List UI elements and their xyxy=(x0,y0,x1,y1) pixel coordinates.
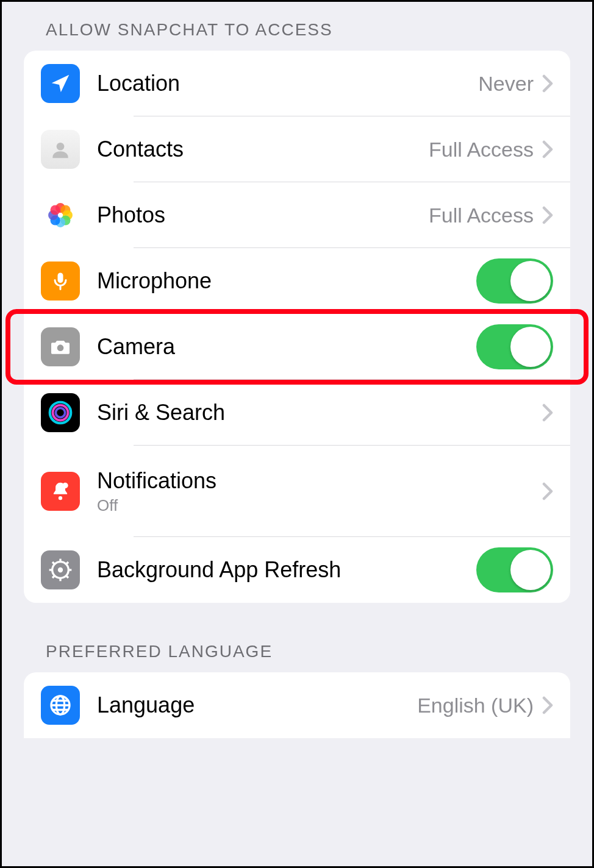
photos-icon xyxy=(41,196,80,235)
row-microphone[interactable]: Microphone xyxy=(24,248,570,314)
language-icon xyxy=(41,686,80,725)
svg-line-22 xyxy=(52,562,55,564)
svg-point-13 xyxy=(55,408,65,417)
chevron-right-icon xyxy=(542,140,553,158)
photos-value: Full Access xyxy=(429,204,534,227)
siri-icon xyxy=(41,393,80,432)
row-contacts[interactable]: Contacts Full Access xyxy=(24,116,570,182)
bgrefresh-icon xyxy=(41,550,80,589)
row-location[interactable]: Location Never xyxy=(24,51,570,116)
contacts-icon xyxy=(41,130,80,169)
bgrefresh-toggle[interactable] xyxy=(476,547,553,592)
siri-label: Siri & Search xyxy=(97,400,542,425)
camera-icon xyxy=(41,327,80,366)
row-notifications[interactable]: Notifications Off xyxy=(24,446,570,537)
row-photos[interactable]: Photos Full Access xyxy=(24,182,570,248)
notifications-sub: Off xyxy=(97,496,542,515)
chevron-right-icon xyxy=(542,482,553,500)
location-value: Never xyxy=(478,72,534,96)
chevron-right-icon xyxy=(542,404,553,422)
svg-point-15 xyxy=(62,483,68,489)
svg-point-8 xyxy=(51,205,60,215)
svg-line-23 xyxy=(66,576,69,578)
microphone-label: Microphone xyxy=(97,268,476,294)
row-bgrefresh[interactable]: Background App Refresh xyxy=(24,537,570,603)
chevron-right-icon xyxy=(542,74,553,93)
row-siri[interactable]: Siri & Search xyxy=(24,380,570,446)
svg-point-0 xyxy=(57,143,65,151)
language-value: English (UK) xyxy=(417,694,534,717)
language-label: Language xyxy=(97,692,417,718)
svg-line-25 xyxy=(66,562,69,564)
bgrefresh-label: Background App Refresh xyxy=(97,557,476,583)
row-language[interactable]: Language English (UK) xyxy=(24,672,570,738)
camera-label: Camera xyxy=(97,334,476,360)
svg-rect-9 xyxy=(58,273,63,283)
contacts-label: Contacts xyxy=(97,137,429,162)
section-header-language: PREFERRED LANGUAGE xyxy=(2,603,592,672)
chevron-right-icon xyxy=(542,206,553,224)
section-header-access: ALLOW SNAPCHAT TO ACCESS xyxy=(2,2,592,51)
location-label: Location xyxy=(97,71,478,96)
contacts-value: Full Access xyxy=(429,138,534,162)
svg-point-10 xyxy=(57,344,64,351)
notifications-icon xyxy=(41,472,80,511)
photos-label: Photos xyxy=(97,202,429,228)
location-icon xyxy=(41,64,80,103)
svg-point-17 xyxy=(58,567,63,572)
svg-line-24 xyxy=(52,576,55,578)
svg-point-14 xyxy=(59,496,62,500)
notifications-label: Notifications xyxy=(97,468,542,494)
microphone-icon xyxy=(41,261,80,301)
access-group: Location Never Contacts Full Access xyxy=(24,51,570,603)
camera-toggle[interactable] xyxy=(476,324,553,369)
row-camera[interactable]: Camera xyxy=(24,314,570,380)
language-group: Language English (UK) xyxy=(24,672,570,738)
chevron-right-icon xyxy=(542,696,553,714)
microphone-toggle[interactable] xyxy=(476,258,553,304)
